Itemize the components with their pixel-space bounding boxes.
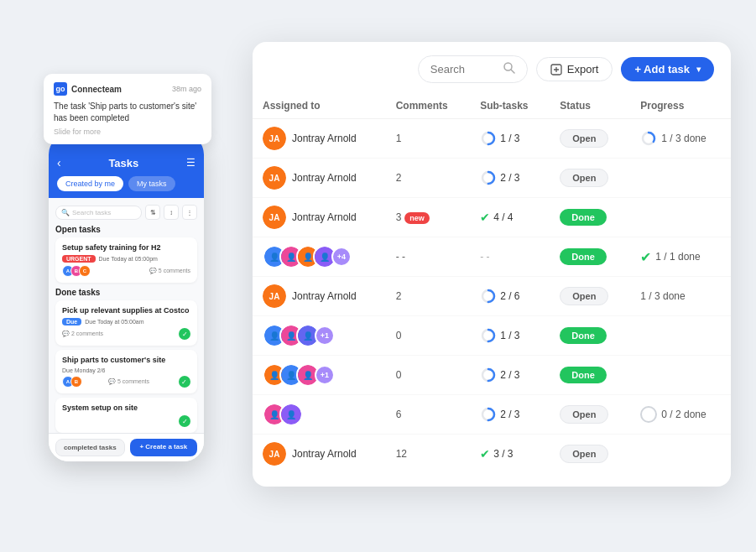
status-badge: Done	[560, 367, 607, 383]
phone-comments-1: 💬 5 comments	[149, 268, 190, 274]
td-comments: 12	[386, 435, 471, 474]
td-status: Open	[550, 395, 630, 435]
phone-search-row: 🔍 Search tasks ⇅ ↕ ⋮	[55, 205, 197, 220]
status-badge: Done	[560, 248, 607, 265]
phone-completed-tasks-btn[interactable]: completed tasks	[55, 439, 125, 456]
td-comments: 0	[386, 356, 471, 395]
td-assigned: JA Jontray Arnold	[253, 159, 386, 198]
td-assigned: 👤👤👤👤+4	[253, 237, 386, 277]
td-comments: - -	[386, 237, 471, 277]
phone-open-task-1[interactable]: Setup safety training for H2 URGENT Due …	[55, 237, 197, 283]
assigned-name: Jontray Arnold	[292, 133, 357, 144]
comments-num: - -	[396, 251, 405, 263]
td-comments: 0	[386, 316, 471, 356]
subtask-dash: - -	[480, 251, 489, 263]
phone-more-icon[interactable]: ⋮	[182, 205, 197, 220]
td-status: Open	[550, 119, 630, 159]
td-assigned: JA Jontray Arnold	[253, 198, 386, 237]
export-button[interactable]: Export	[536, 57, 613, 81]
td-assigned: 👤👤👤+1	[253, 316, 386, 356]
subtask-partial-icon	[480, 288, 497, 305]
phone-footer: completed tasks + Create a task	[49, 433, 204, 461]
td-comments: 2	[386, 159, 471, 198]
phone-done-task-title-2: Ship parts to customer's site	[62, 356, 190, 364]
phone-done-task-3[interactable]: System setup on site ✓	[55, 398, 197, 433]
search-box[interactable]	[418, 55, 528, 83]
td-comments: 3new	[386, 198, 471, 237]
phone-done-task-title-3: System setup on site	[62, 404, 190, 412]
assigned-name: Jontray Arnold	[292, 172, 357, 184]
subtask-partial-icon	[480, 130, 497, 147]
scene: go Connecteam 38m ago The task 'Ship par…	[0, 0, 756, 552]
subtask-cell: ✔4 / 4	[480, 211, 540, 224]
td-progress	[630, 159, 731, 198]
phone-done-task-title-1: Pick up relevant supplies at Costco	[62, 306, 190, 315]
subtask-partial-icon	[480, 406, 497, 423]
subtask-value: 1 / 3	[500, 330, 519, 341]
col-assigned: Assigned to	[253, 93, 386, 119]
table-row: JA Jontray Arnold 1 1 / 3 Open 1 / 3 don…	[253, 119, 731, 159]
assigned-cell: JA Jontray Arnold	[263, 206, 376, 229]
assigned-cell: 👤👤👤👤+4	[263, 245, 376, 268]
td-comments: 1	[386, 119, 471, 159]
assigned-name: Jontray Arnold	[292, 211, 357, 223]
comments-num: 6	[396, 409, 402, 420]
phone-avatars-1: A B C	[62, 265, 87, 277]
phone-search-box[interactable]: 🔍 Search tasks	[55, 206, 142, 220]
phone-filter-icon[interactable]: ⇅	[145, 205, 160, 220]
phone-done-task-bottom-2: A B 💬 5 comments ✓	[62, 376, 190, 388]
phone-create-task-btn[interactable]: + Create a task	[130, 439, 198, 456]
phone-search-placeholder: Search tasks	[72, 209, 111, 216]
phone-section-open: Open tasks	[55, 225, 197, 234]
td-status: Open	[550, 159, 630, 198]
td-assigned: JA Jontray Arnold	[253, 435, 386, 474]
notif-message: The task 'Ship parts to customer's site'…	[54, 101, 201, 124]
phone-menu-icon[interactable]: ☰	[186, 157, 196, 169]
progress-text: 1 / 1 done	[655, 251, 700, 263]
export-icon	[550, 64, 562, 76]
assigned-cell: JA Jontray Arnold	[263, 127, 376, 150]
td-progress: 1 / 3 done	[630, 277, 731, 316]
phone-tab-created[interactable]: Created by me	[57, 176, 123, 191]
notif-logo: go	[54, 82, 67, 96]
assigned-cell: JA Jontray Arnold	[263, 284, 376, 308]
phone-tab-my[interactable]: My tasks	[128, 176, 175, 191]
table-row: JA Jontray Arnold 12 ✔3 / 3 Open	[253, 435, 731, 474]
comments-num: 0	[396, 369, 402, 381]
table-row: 👤👤👤+1 0 1 / 3 Done	[253, 316, 731, 356]
td-progress	[630, 435, 731, 474]
phone-sort-icon[interactable]: ↕	[164, 205, 179, 220]
phone-done-task-2[interactable]: Ship parts to customer's site Due Monday…	[55, 350, 197, 393]
td-progress: 0 / 2 done	[630, 395, 731, 435]
phone-back-icon[interactable]: ‹	[57, 156, 61, 169]
search-input[interactable]	[430, 63, 498, 76]
td-assigned: 👤👤👤+1	[253, 356, 386, 395]
phone-task-bottom-1: A B C 💬 5 comments	[62, 265, 190, 277]
phone-done-check-1: ✓	[179, 328, 190, 340]
phone-search-icon: 🔍	[61, 209, 70, 216]
td-status: Done	[550, 198, 630, 237]
phone-done-comments-1: 💬 2 comments	[62, 331, 103, 337]
subtask-value: 2 / 3	[500, 369, 519, 381]
col-comments: Comments	[386, 93, 471, 119]
add-task-button[interactable]: + Add task ▾	[621, 57, 714, 81]
avatar: JA	[263, 442, 286, 466]
td-status: Done	[550, 356, 630, 395]
td-subtasks: 2 / 6	[470, 277, 550, 316]
comments-num: 3	[396, 211, 402, 223]
td-status: Open	[550, 435, 630, 474]
td-assigned: JA Jontray Arnold	[253, 277, 386, 316]
phone-title: Tasks	[108, 157, 138, 169]
notif-time: 38m ago	[172, 85, 201, 93]
table-row: JA Jontray Arnold 2 2 / 3 Open	[253, 159, 731, 198]
progress-cell: 1 / 3 done	[640, 290, 721, 302]
col-subtasks: Sub-tasks	[470, 93, 550, 119]
progress-cell: 1 / 3 done	[640, 130, 721, 147]
phone-done-task-1[interactable]: Pick up relevant supplies at Costco Due …	[55, 300, 197, 346]
td-subtasks: 2 / 3	[470, 395, 550, 435]
status-badge: Open	[560, 287, 608, 305]
subtask-value: 2 / 3	[500, 172, 519, 184]
phone-tag-urgent: URGENT	[62, 255, 96, 263]
avatar: JA	[263, 166, 286, 190]
td-subtasks: ✔3 / 3	[470, 435, 550, 474]
